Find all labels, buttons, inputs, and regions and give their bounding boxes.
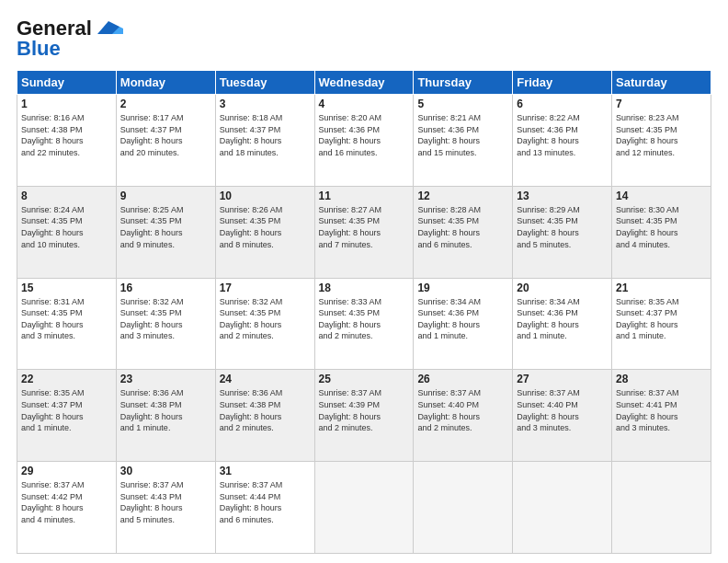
day-number: 24 — [220, 373, 311, 385]
week-row-2: 8Sunrise: 8:24 AM Sunset: 4:35 PM Daylig… — [17, 186, 711, 278]
day-info: Sunrise: 8:29 AM Sunset: 4:35 PM Dayligh… — [517, 204, 608, 250]
weekday-sunday: Sunday — [17, 71, 117, 95]
day-number: 20 — [517, 282, 608, 294]
calendar: SundayMondayTuesdayWednesdayThursdayFrid… — [17, 70, 711, 554]
day-info: Sunrise: 8:28 AM Sunset: 4:35 PM Dayligh… — [417, 204, 508, 250]
calendar-cell: 28Sunrise: 8:37 AM Sunset: 4:41 PM Dayli… — [612, 370, 711, 462]
day-number: 1 — [21, 98, 112, 110]
calendar-cell: 21Sunrise: 8:35 AM Sunset: 4:37 PM Dayli… — [612, 278, 711, 370]
day-info: Sunrise: 8:35 AM Sunset: 4:37 PM Dayligh… — [21, 387, 112, 433]
day-info: Sunrise: 8:27 AM Sunset: 4:35 PM Dayligh… — [319, 204, 410, 250]
day-info: Sunrise: 8:22 AM Sunset: 4:36 PM Dayligh… — [517, 112, 608, 158]
calendar-cell: 16Sunrise: 8:32 AM Sunset: 4:35 PM Dayli… — [116, 278, 215, 370]
day-info: Sunrise: 8:31 AM Sunset: 4:35 PM Dayligh… — [21, 296, 112, 342]
day-info: Sunrise: 8:37 AM Sunset: 4:40 PM Dayligh… — [417, 387, 508, 433]
weekday-wednesday: Wednesday — [314, 71, 414, 95]
calendar-cell: 19Sunrise: 8:34 AM Sunset: 4:36 PM Dayli… — [414, 278, 513, 370]
day-info: Sunrise: 8:37 AM Sunset: 4:40 PM Dayligh… — [517, 387, 608, 433]
day-number: 19 — [417, 282, 508, 294]
day-info: Sunrise: 8:35 AM Sunset: 4:37 PM Dayligh… — [616, 296, 707, 342]
day-number: 30 — [120, 465, 211, 477]
day-number: 26 — [417, 373, 508, 385]
calendar-cell: 29Sunrise: 8:37 AM Sunset: 4:42 PM Dayli… — [17, 462, 117, 554]
day-info: Sunrise: 8:37 AM Sunset: 4:41 PM Dayligh… — [616, 387, 707, 433]
calendar-cell: 11Sunrise: 8:27 AM Sunset: 4:35 PM Dayli… — [314, 186, 414, 278]
day-number: 7 — [616, 98, 707, 110]
calendar-cell: 30Sunrise: 8:37 AM Sunset: 4:43 PM Dayli… — [116, 462, 215, 554]
day-number: 14 — [616, 190, 707, 202]
calendar-cell: 24Sunrise: 8:36 AM Sunset: 4:38 PM Dayli… — [215, 370, 314, 462]
calendar-cell: 2Sunrise: 8:17 AM Sunset: 4:37 PM Daylig… — [116, 95, 215, 187]
day-number: 23 — [120, 373, 211, 385]
day-info: Sunrise: 8:16 AM Sunset: 4:38 PM Dayligh… — [21, 112, 112, 158]
day-info: Sunrise: 8:36 AM Sunset: 4:38 PM Dayligh… — [220, 387, 311, 433]
calendar-cell: 14Sunrise: 8:30 AM Sunset: 4:35 PM Dayli… — [612, 186, 711, 278]
day-number: 28 — [616, 373, 707, 385]
calendar-cell: 4Sunrise: 8:20 AM Sunset: 4:36 PM Daylig… — [314, 95, 414, 187]
day-info: Sunrise: 8:36 AM Sunset: 4:38 PM Dayligh… — [120, 387, 211, 433]
calendar-cell: 9Sunrise: 8:25 AM Sunset: 4:35 PM Daylig… — [116, 186, 215, 278]
day-number: 17 — [220, 282, 311, 294]
calendar-cell: 10Sunrise: 8:26 AM Sunset: 4:35 PM Dayli… — [215, 186, 314, 278]
day-number: 21 — [616, 282, 707, 294]
calendar-cell: 12Sunrise: 8:28 AM Sunset: 4:35 PM Dayli… — [414, 186, 513, 278]
calendar-cell: 23Sunrise: 8:36 AM Sunset: 4:38 PM Dayli… — [116, 370, 215, 462]
calendar-cell: 20Sunrise: 8:34 AM Sunset: 4:36 PM Dayli… — [513, 278, 612, 370]
calendar-cell — [612, 462, 711, 554]
day-number: 13 — [517, 190, 608, 202]
day-info: Sunrise: 8:26 AM Sunset: 4:35 PM Dayligh… — [220, 204, 311, 250]
calendar-cell — [414, 462, 513, 554]
day-info: Sunrise: 8:37 AM Sunset: 4:39 PM Dayligh… — [319, 387, 410, 433]
day-info: Sunrise: 8:20 AM Sunset: 4:36 PM Dayligh… — [319, 112, 410, 158]
week-row-3: 15Sunrise: 8:31 AM Sunset: 4:35 PM Dayli… — [17, 278, 711, 370]
weekday-friday: Friday — [513, 71, 612, 95]
day-info: Sunrise: 8:18 AM Sunset: 4:37 PM Dayligh… — [220, 112, 311, 158]
calendar-cell: 6Sunrise: 8:22 AM Sunset: 4:36 PM Daylig… — [513, 95, 612, 187]
day-number: 12 — [417, 190, 508, 202]
day-number: 5 — [417, 98, 508, 110]
day-number: 11 — [319, 190, 410, 202]
day-info: Sunrise: 8:33 AM Sunset: 4:35 PM Dayligh… — [319, 296, 410, 342]
day-info: Sunrise: 8:25 AM Sunset: 4:35 PM Dayligh… — [120, 204, 211, 250]
calendar-cell: 26Sunrise: 8:37 AM Sunset: 4:40 PM Dayli… — [414, 370, 513, 462]
logo-blue: Blue — [17, 37, 61, 61]
calendar-cell: 8Sunrise: 8:24 AM Sunset: 4:35 PM Daylig… — [17, 186, 117, 278]
day-info: Sunrise: 8:24 AM Sunset: 4:35 PM Dayligh… — [21, 204, 112, 250]
logo: General Blue — [17, 17, 123, 61]
calendar-cell — [513, 462, 612, 554]
day-info: Sunrise: 8:32 AM Sunset: 4:35 PM Dayligh… — [220, 296, 311, 342]
day-number: 15 — [21, 282, 112, 294]
calendar-cell: 13Sunrise: 8:29 AM Sunset: 4:35 PM Dayli… — [513, 186, 612, 278]
calendar-cell: 27Sunrise: 8:37 AM Sunset: 4:40 PM Dayli… — [513, 370, 612, 462]
calendar-cell: 7Sunrise: 8:23 AM Sunset: 4:35 PM Daylig… — [612, 95, 711, 187]
week-row-1: 1Sunrise: 8:16 AM Sunset: 4:38 PM Daylig… — [17, 95, 711, 187]
weekday-header-row: SundayMondayTuesdayWednesdayThursdayFrid… — [17, 71, 711, 95]
calendar-cell: 5Sunrise: 8:21 AM Sunset: 4:36 PM Daylig… — [414, 95, 513, 187]
calendar-cell: 17Sunrise: 8:32 AM Sunset: 4:35 PM Dayli… — [215, 278, 314, 370]
day-info: Sunrise: 8:21 AM Sunset: 4:36 PM Dayligh… — [417, 112, 508, 158]
day-info: Sunrise: 8:37 AM Sunset: 4:44 PM Dayligh… — [220, 479, 311, 525]
weekday-tuesday: Tuesday — [215, 71, 314, 95]
day-number: 29 — [21, 465, 112, 477]
day-info: Sunrise: 8:34 AM Sunset: 4:36 PM Dayligh… — [417, 296, 508, 342]
page: General Blue SundayMondayTuesdayWednesda… — [0, 0, 728, 563]
header: General Blue — [17, 17, 711, 61]
day-number: 9 — [120, 190, 211, 202]
day-info: Sunrise: 8:23 AM Sunset: 4:35 PM Dayligh… — [616, 112, 707, 158]
day-number: 2 — [120, 98, 211, 110]
day-info: Sunrise: 8:34 AM Sunset: 4:36 PM Dayligh… — [517, 296, 608, 342]
day-info: Sunrise: 8:32 AM Sunset: 4:35 PM Dayligh… — [120, 296, 211, 342]
day-info: Sunrise: 8:30 AM Sunset: 4:35 PM Dayligh… — [616, 204, 707, 250]
calendar-cell: 1Sunrise: 8:16 AM Sunset: 4:38 PM Daylig… — [17, 95, 117, 187]
day-info: Sunrise: 8:37 AM Sunset: 4:42 PM Dayligh… — [21, 479, 112, 525]
calendar-cell — [314, 462, 414, 554]
day-number: 8 — [21, 190, 112, 202]
week-row-5: 29Sunrise: 8:37 AM Sunset: 4:42 PM Dayli… — [17, 462, 711, 554]
day-info: Sunrise: 8:37 AM Sunset: 4:43 PM Dayligh… — [120, 479, 211, 525]
weekday-saturday: Saturday — [612, 71, 711, 95]
day-number: 3 — [220, 98, 311, 110]
weekday-thursday: Thursday — [414, 71, 513, 95]
calendar-cell: 22Sunrise: 8:35 AM Sunset: 4:37 PM Dayli… — [17, 370, 117, 462]
day-number: 27 — [517, 373, 608, 385]
calendar-cell: 25Sunrise: 8:37 AM Sunset: 4:39 PM Dayli… — [314, 370, 414, 462]
